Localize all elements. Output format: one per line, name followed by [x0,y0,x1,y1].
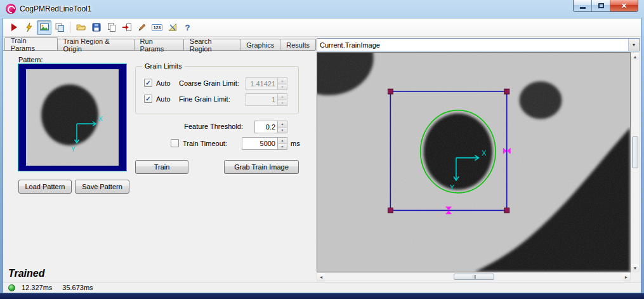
feature-threshold-label: Feature Threshold: [149,123,243,130]
tab-search-region[interactable]: Search Region [183,39,240,50]
scroll-left-button[interactable]: ◄ [317,273,325,281]
spinner-up-icon[interactable]: ▲ [278,138,287,144]
load-pattern-button[interactable]: Load Pattern [18,180,72,194]
help-button[interactable]: ? [180,20,195,35]
corner-handle-bottom-left[interactable] [388,208,393,213]
minimize-icon [580,7,586,9]
spinner-down-icon[interactable]: ▼ [278,128,287,133]
toolbar: 123 ? [3,18,641,37]
edit-graphics-button[interactable] [135,20,149,35]
coarse-grain-limit-field: 1.41421 ▲ ▼ [246,77,287,90]
fine-auto-checkbox[interactable]: ✓ [144,95,152,103]
corner-handle-top-left[interactable] [388,89,393,94]
window-frame-bottom [0,293,644,299]
fine-grain-limit-spinner[interactable]: ▲ ▼ [277,94,287,105]
corner-handle-top-right[interactable] [504,89,509,94]
help-icon: ? [185,23,190,32]
toolbar-separator [70,22,70,33]
save-pattern-button[interactable]: Save Pattern [75,180,129,194]
feature-threshold-value[interactable]: 0.2 [255,121,277,133]
caption-buttons: ✕ [573,0,638,12]
tab-run-params[interactable]: Run Params [134,39,184,50]
grab-train-image-button[interactable]: Grab Train Image [224,160,299,174]
pattern-thumbnail: X Y [26,69,119,166]
spinner-down-icon[interactable]: ▼ [278,100,287,106]
tab-results[interactable]: Results [280,39,316,50]
feature-threshold-field: 0.2 ▲ ▼ [254,121,287,133]
scroll-up-button[interactable]: ▲ [631,53,639,60]
import-arrow-icon [122,22,132,32]
train-button-label: Train [154,163,170,171]
fine-grain-limit-value[interactable]: 1 [246,94,277,105]
x-axis-label: X [482,149,486,157]
client-area: 123 ? Train Params Train Region & Origin… [3,18,641,293]
grain-limits-group: Grain Limits [135,66,299,114]
thumb-grip [475,275,476,279]
horizontal-scrollbar[interactable]: ◄ ► [317,272,631,281]
show-values-button[interactable]: 123 [150,20,164,35]
ruler-icon [168,22,178,32]
tab-strip: Train Params Train Region & Origin Run P… [4,37,315,50]
import-image-button[interactable] [119,20,134,35]
tab-label: Graphics [246,41,274,49]
fine-auto-label: Auto [156,95,171,103]
run-button[interactable] [6,20,21,35]
vertical-scroll-thumb[interactable] [632,136,638,168]
image-icon [39,22,49,32]
close-button[interactable]: ✕ [610,0,638,11]
total-time: 35.673ms [62,284,93,291]
tab-train-region-origin[interactable]: Train Region & Origin [57,39,135,50]
windows-icon [55,22,65,32]
floppy-icon [91,22,102,32]
tab-label: Train Region & Origin [63,37,128,53]
thumb-grip [474,275,475,279]
image-display-toggle-button[interactable] [37,20,51,35]
scroll-up-icon: ▲ [633,55,638,59]
coarse-grain-limit-spinner[interactable]: ▲ ▼ [277,78,287,90]
buffer-button[interactable] [52,20,67,35]
spinner-up-icon[interactable]: ▲ [278,78,287,84]
save-file-button[interactable] [89,20,103,35]
tab-train-params[interactable]: Train Params [4,37,58,50]
spinner-down-icon[interactable]: ▼ [278,144,287,150]
lightning-icon [24,22,34,32]
train-button[interactable]: Train [135,160,188,174]
train-timeout-spinner[interactable]: ▲ ▼ [277,138,287,149]
y-axis-label: Y [450,183,454,191]
corner-handle-bottom-right[interactable] [504,208,509,213]
combo-dropdown-button[interactable]: ▼ [628,39,639,51]
tab-graphics[interactable]: Graphics [240,39,280,50]
measure-button[interactable] [165,20,180,35]
copy-button[interactable] [104,20,119,35]
spinner-up-icon[interactable]: ▲ [278,121,287,128]
minimize-button[interactable] [574,0,592,11]
image-selector-combo[interactable]: Current.TrainImage ▼ [317,38,640,51]
spinner-up-icon[interactable]: ▲ [278,94,287,100]
image-selector-value: Current.TrainImage [317,41,628,49]
process-time: 12.327ms [22,284,52,291]
train-timeout-field: 5000 ▲ ▼ [242,137,287,150]
title-bar[interactable]: CogPMRedLineTool1 ✕ [0,0,644,18]
pattern-image: X Y [18,64,126,171]
vertical-scrollbar[interactable]: ▲ ▼ [631,52,640,272]
scroll-right-button[interactable]: ► [622,273,630,281]
coarse-grain-limit-value[interactable]: 1.41421 [246,78,277,90]
feature-threshold-spinner[interactable]: ▲ ▼ [277,121,287,133]
app-icon [6,4,16,14]
train-timeout-value[interactable]: 5000 [242,138,277,149]
horizontal-scroll-thumb[interactable] [454,274,494,280]
coarse-grain-limit-label: Coarse Grain Limit: [179,79,239,87]
spinner-down-icon[interactable]: ▼ [278,84,287,90]
right-pane: Current.TrainImage ▼ [315,37,641,282]
maximize-button[interactable] [592,0,610,11]
scroll-down-button[interactable]: ▼ [631,264,639,272]
grain-limits-title: Grain Limits [142,62,185,70]
open-file-button[interactable] [74,20,88,35]
coarse-auto-checkbox[interactable]: ✓ [144,79,152,87]
check-icon: ✓ [145,95,150,102]
train-image-display[interactable]: X Y [317,52,631,272]
trigger-button[interactable] [22,20,36,35]
fine-grain-limit-label: Fine Grain Limit: [179,95,230,103]
train-timeout-checkbox[interactable] [171,139,179,147]
scroll-right-icon: ► [624,275,629,279]
